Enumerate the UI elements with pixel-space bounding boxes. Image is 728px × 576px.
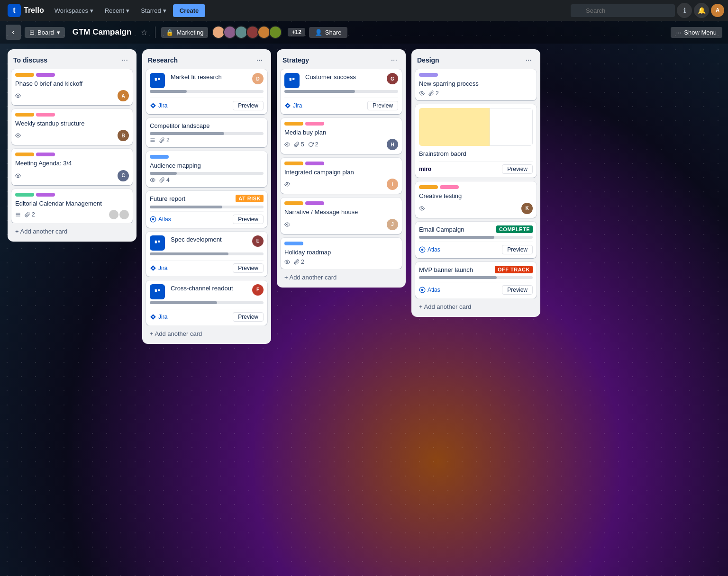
meta-menu bbox=[150, 137, 155, 143]
board-view-button[interactable]: ⊞ Board ▾ bbox=[25, 27, 65, 38]
divider bbox=[155, 27, 155, 38]
card-title-row: Audience mapping bbox=[150, 162, 264, 170]
card[interactable]: Market fit researchD JiraPreview bbox=[146, 69, 267, 114]
list-menu-button[interactable]: ··· bbox=[119, 55, 131, 65]
card[interactable]: Competitor landscape 2 bbox=[146, 118, 267, 147]
list-research: Research···Market fit researchD JiraPrev… bbox=[142, 49, 271, 344]
card[interactable]: Integrated campaign planI bbox=[281, 158, 402, 194]
card-footer: I bbox=[284, 179, 398, 190]
card[interactable]: Creative testingK bbox=[415, 181, 537, 217]
card[interactable]: Brainstrom baordmiroPreview bbox=[415, 104, 537, 178]
list-menu-button[interactable]: ··· bbox=[388, 55, 400, 65]
search-input[interactable] bbox=[571, 4, 675, 17]
card-avatar[interactable]: I bbox=[387, 179, 398, 190]
trello-icon: t bbox=[8, 4, 21, 17]
card-avatar[interactable]: K bbox=[521, 203, 533, 214]
card[interactable]: Media buy plan 5 2H bbox=[281, 118, 402, 154]
add-card-button[interactable]: + Add another card bbox=[11, 225, 133, 238]
card[interactable]: Cross-channel readoutF JiraPreview bbox=[146, 280, 267, 325]
add-card-button[interactable]: + Add another card bbox=[281, 271, 402, 284]
card-title: Brainstrom baord bbox=[419, 150, 466, 158]
card-meta: 2 bbox=[284, 259, 304, 265]
sidebar-toggle[interactable]: ‹ bbox=[6, 25, 21, 40]
card[interactable]: Holiday roadmap 2 bbox=[281, 238, 402, 269]
card-integration: AtlasPreview bbox=[419, 242, 533, 254]
user-avatar[interactable]: A bbox=[711, 4, 724, 17]
card-avatar[interactable]: G bbox=[387, 73, 398, 84]
svg-rect-19 bbox=[290, 78, 291, 81]
card-avatar[interactable]: E bbox=[252, 235, 264, 247]
list-title: Design bbox=[417, 56, 439, 64]
card[interactable]: Meeting Agenda: 3/4C bbox=[11, 149, 133, 185]
member-avatar-6[interactable] bbox=[269, 26, 282, 39]
jira-icon bbox=[284, 102, 291, 109]
info-button[interactable]: ℹ bbox=[677, 3, 692, 18]
notifications-button[interactable]: 🔔 bbox=[694, 3, 709, 18]
card[interactable]: Customer successG JiraPreview bbox=[281, 69, 402, 114]
list-header: Strategy··· bbox=[279, 53, 404, 69]
star-button[interactable]: ☆ bbox=[139, 26, 149, 39]
list-menu-button[interactable]: ··· bbox=[254, 55, 265, 65]
more-members-button[interactable]: +12 bbox=[288, 28, 305, 36]
card[interactable]: Audience mapping 4 bbox=[146, 151, 267, 187]
preview-button[interactable]: Preview bbox=[233, 263, 264, 273]
card[interactable]: Phase 0 brief and kickoffA bbox=[11, 69, 133, 105]
card[interactable]: Narrative / Message houseJ bbox=[281, 198, 402, 234]
workspace-button[interactable]: 🔒 Marketing bbox=[161, 27, 208, 38]
preview-button[interactable]: Preview bbox=[367, 101, 398, 110]
list-to-discuss: To discuss···Phase 0 brief and kickoffAW… bbox=[8, 49, 136, 242]
list-menu-button[interactable]: ··· bbox=[523, 55, 535, 65]
card-avatar[interactable]: H bbox=[387, 139, 398, 150]
workspaces-menu[interactable]: Workspaces ▾ bbox=[50, 4, 98, 17]
card-footer: A bbox=[15, 90, 129, 101]
preview-button[interactable]: Preview bbox=[502, 285, 533, 295]
card-label bbox=[15, 193, 34, 197]
card[interactable]: Editorial Calendar Management 2 bbox=[11, 189, 133, 223]
card-avatar[interactable]: D bbox=[252, 73, 264, 84]
trello-logo[interactable]: t Trello bbox=[4, 4, 48, 17]
starred-menu[interactable]: Starred ▾ bbox=[136, 4, 171, 17]
card-avatar[interactable]: C bbox=[118, 170, 129, 181]
share-button[interactable]: 👤 Share bbox=[309, 27, 347, 38]
trello-card-icon bbox=[284, 73, 300, 88]
card[interactable]: Weekly standup structureB bbox=[11, 109, 133, 145]
card-label bbox=[15, 73, 34, 77]
card-avatar[interactable]: F bbox=[252, 284, 264, 296]
jira-label: Jira bbox=[284, 102, 302, 109]
card-avatar[interactable] bbox=[119, 210, 129, 219]
list-cards: Customer successG JiraPreviewMedia buy p… bbox=[279, 69, 404, 269]
preview-button[interactable]: Preview bbox=[233, 312, 264, 322]
card[interactable]: Future reportAT RISK AtlasPreview bbox=[146, 191, 267, 227]
card[interactable]: New sparring process 2 bbox=[415, 69, 537, 100]
create-button[interactable]: Create bbox=[173, 4, 205, 17]
card-badge: OFF TRACK bbox=[495, 266, 533, 273]
card-avatar[interactable]: J bbox=[387, 219, 398, 230]
card-avatar[interactable]: B bbox=[118, 130, 129, 141]
add-card-button[interactable]: + Add another card bbox=[146, 327, 267, 340]
card-title: Email Campaign bbox=[419, 225, 464, 234]
card[interactable]: MVP banner launchOFF TRACK AtlasPreview bbox=[415, 262, 537, 298]
recent-menu[interactable]: Recent ▾ bbox=[100, 4, 134, 17]
card[interactable]: Spec developmentE JiraPreview bbox=[146, 232, 267, 277]
card-avatar[interactable]: A bbox=[118, 90, 129, 101]
preview-button[interactable]: Preview bbox=[233, 215, 264, 224]
card-progress-bar bbox=[150, 132, 264, 135]
card-labels bbox=[15, 153, 129, 156]
meta-eye bbox=[284, 142, 290, 147]
card-header-row: Cross-channel readoutF bbox=[150, 284, 264, 299]
preview-button[interactable]: Preview bbox=[233, 101, 264, 110]
preview-button[interactable]: Preview bbox=[502, 164, 533, 174]
card-title-row: Phase 0 brief and kickoff bbox=[15, 80, 129, 88]
card-meta bbox=[419, 206, 425, 211]
card-meta: 4 bbox=[150, 177, 170, 183]
card-label bbox=[305, 162, 324, 165]
board-title: GTM Campaign bbox=[69, 26, 136, 39]
add-card-button[interactable]: + Add another card bbox=[415, 300, 537, 313]
list-header: Design··· bbox=[413, 53, 538, 69]
card[interactable]: Email CampaignCOMPLETE AtlasPreview bbox=[415, 222, 537, 258]
card-label bbox=[440, 185, 459, 189]
card-avatar[interactable] bbox=[109, 210, 118, 219]
show-menu-button[interactable]: ··· Show Menu bbox=[671, 27, 723, 38]
meta-eye bbox=[15, 133, 21, 138]
preview-button[interactable]: Preview bbox=[502, 245, 533, 254]
